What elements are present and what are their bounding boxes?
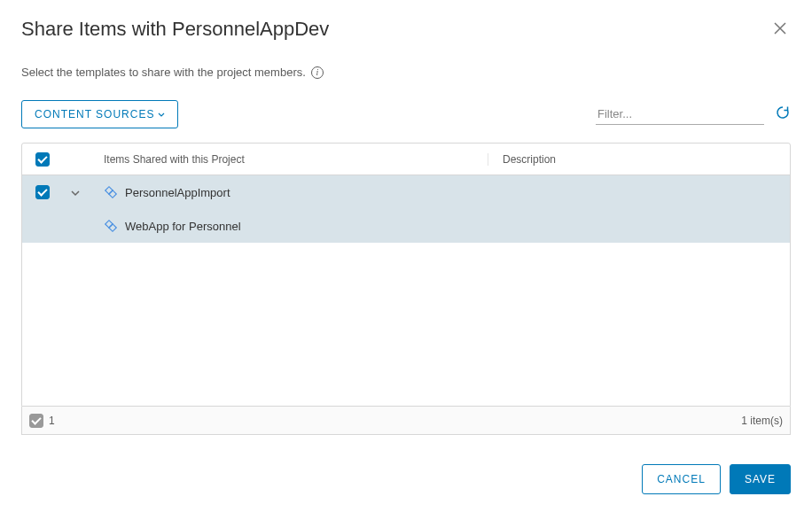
table-body: PersonnelAppImport WebApp for Personnel [22,175,790,406]
item-count-label: 1 item(s) [741,415,783,427]
save-button[interactable]: SAVE [730,464,791,494]
table-footer: 1 1 item(s) [21,407,791,435]
select-all-checkbox[interactable] [35,152,50,167]
close-icon[interactable] [769,18,791,43]
chevron-down-icon [158,110,165,120]
column-header-description[interactable]: Description [488,153,790,166]
row-checkbox[interactable] [35,185,50,199]
items-table: Items Shared with this Project Descripti… [21,143,791,407]
filter-input[interactable] [596,104,764,125]
content-sources-label: CONTENT SOURCES [35,108,154,120]
row-name: PersonnelAppImport [125,186,230,199]
dialog-subtitle: Select the templates to share with the p… [21,66,306,79]
blueprint-icon [104,185,118,199]
info-icon[interactable]: i [311,66,324,79]
cancel-button[interactable]: CANCEL [642,464,721,494]
content-sources-dropdown[interactable]: CONTENT SOURCES [21,100,178,128]
table-row[interactable]: PersonnelAppImport [22,175,790,209]
dialog-title: Share Items with PersonnelAppDev [21,18,329,41]
refresh-icon[interactable] [775,105,791,124]
blueprint-icon [104,219,118,233]
selected-count: 1 [49,415,55,427]
table-row[interactable]: WebApp for Personnel [22,209,790,243]
column-header-name[interactable]: Items Shared with this Project [90,153,488,166]
expand-toggle-icon[interactable] [71,186,80,199]
table-header: Items Shared with this Project Descripti… [22,144,790,175]
row-name: WebApp for Personnel [125,220,241,233]
footer-checkbox-icon [29,414,43,428]
